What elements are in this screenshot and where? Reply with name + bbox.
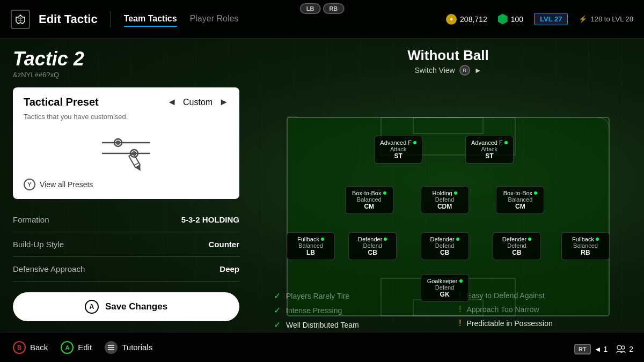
y-button: Y: [24, 179, 35, 190]
save-label: Save Changes: [105, 301, 167, 312]
preset-prev-arrow[interactable]: ◄: [167, 97, 177, 108]
view-presets-label: View all Presets: [40, 180, 93, 189]
bumper-buttons[interactable]: LB RB: [300, 3, 345, 14]
tab-team-tactics[interactable]: Team Tactics: [124, 12, 177, 27]
menu-icon: [105, 341, 118, 354]
pos-st-right[interactable]: Advanced F Attack ST: [465, 136, 514, 164]
right-panel: Without Ball Switch View R ►: [252, 39, 644, 362]
save-button[interactable]: A Save Changes: [13, 292, 239, 321]
svg-point-2: [116, 141, 120, 145]
xp-value: 128 to LVL 28: [590, 15, 633, 23]
nav-title: Edit Tactic: [39, 12, 98, 26]
svg-point-14: [617, 345, 621, 350]
buildup-value: Counter: [209, 240, 240, 249]
nav-tabs: Team Tactics Player Roles: [124, 12, 446, 27]
preset-card: Tactical Preset ◄ Custom ► Tactics that …: [13, 87, 239, 199]
players-icon: [616, 345, 626, 353]
left-panel: Tactic 2 &zNYL##6?xQ Tactical Preset ◄ C…: [0, 39, 252, 362]
back-action[interactable]: B Back: [13, 341, 48, 354]
currency-value: 208,712: [460, 15, 487, 24]
tactics-icon: [94, 129, 158, 172]
bottom-bar: B Back A Edit Tutorials RT ◄ 1 2: [0, 332, 644, 362]
tactic-title: Tactic 2: [13, 49, 239, 69]
preset-nav: ◄ Custom ►: [167, 97, 229, 108]
field-container: Advanced F Attack ST Advanced F Attack S…: [263, 80, 633, 353]
preset-title: Tactical Preset: [24, 96, 99, 108]
edit-action[interactable]: A Edit: [61, 341, 92, 354]
rt-button: RT: [574, 344, 591, 354]
pos-cb-right[interactable]: Defender Defend CB: [493, 232, 541, 260]
svg-marker-7: [136, 165, 143, 172]
level-badge: LVL 27: [534, 13, 568, 25]
app-logo: [11, 10, 30, 29]
pos-lb[interactable]: Fullback Balanced LB: [287, 232, 335, 260]
rb-button[interactable]: RB: [323, 3, 344, 14]
player-count: 2: [616, 345, 633, 353]
defensive-value: Deep: [219, 264, 239, 274]
chevron-right-icon: ►: [474, 66, 482, 75]
nav-right: ● 208,712 100 LVL 27 ⚡ 128 to LVL 28: [446, 13, 633, 25]
shield-icon: [498, 14, 508, 25]
buildup-row: Build-Up Style Counter: [13, 232, 239, 257]
preset-icon-area: [24, 129, 229, 172]
switch-view-label: Switch View: [414, 66, 455, 75]
preset-name: Custom: [183, 98, 213, 107]
field-header: Without Ball Switch View R ►: [263, 47, 633, 76]
defensive-row: Defensive Approach Deep: [13, 257, 239, 282]
nav-divider: [111, 11, 111, 27]
pos-cm-right[interactable]: Box-to-Box Balanced CM: [496, 186, 544, 214]
tab-player-roles[interactable]: Player Roles: [190, 12, 239, 27]
rt-count: ◄ 1: [594, 345, 608, 353]
players-count-value: 2: [629, 345, 633, 353]
pos-rb[interactable]: Fullback Balanced RB: [561, 232, 610, 260]
xp-info: ⚡ 128 to LVL 28: [579, 15, 633, 23]
xp-icon: ⚡: [579, 15, 587, 23]
preset-next-arrow[interactable]: ►: [219, 97, 229, 108]
tactic-code: &zNYL##6?xQ: [13, 71, 239, 79]
b-button: B: [13, 341, 26, 354]
r-button: R: [459, 65, 470, 76]
a-button-bottom: A: [61, 341, 74, 354]
buildup-label: Build-Up Style: [13, 240, 64, 249]
preset-desc: Tactics that you have customised.: [24, 113, 229, 121]
view-presets[interactable]: Y View all Presets: [24, 179, 229, 190]
formation-row: Formation 5-3-2 HOLDING: [13, 208, 239, 232]
tutorials-label: Tutorials: [122, 343, 152, 352]
preset-header: Tactical Preset ◄ Custom ►: [24, 96, 229, 108]
pos-st-left[interactable]: Advanced F Attack ST: [374, 136, 422, 164]
edit-label: Edit: [78, 343, 92, 352]
pos-cdm[interactable]: Holding Defend CDM: [421, 186, 469, 214]
tutorials-action[interactable]: Tutorials: [105, 341, 152, 354]
switch-view[interactable]: Switch View R ►: [263, 65, 633, 76]
back-label: Back: [30, 343, 48, 352]
svg-line-8: [134, 162, 139, 165]
bottom-right-badges: RT ◄ 1 2: [574, 344, 633, 354]
shield-display: 100: [498, 14, 523, 25]
without-ball-title: Without Ball: [263, 47, 633, 64]
lb-button[interactable]: LB: [300, 3, 321, 14]
formation-value: 5-3-2 HOLDING: [181, 215, 239, 224]
pos-cb-center[interactable]: Defender Defend CB: [421, 232, 469, 260]
shield-value: 100: [511, 15, 523, 24]
main-content: Tactic 2 &zNYL##6?xQ Tactical Preset ◄ C…: [0, 39, 644, 362]
field-svg: Advanced F Attack ST Advanced F Attack S…: [276, 112, 620, 321]
defensive-label: Defensive Approach: [13, 264, 85, 274]
pos-cm-left[interactable]: Box-to-Box Balanced CM: [345, 186, 393, 214]
pos-cb-left[interactable]: Defender Defend CB: [348, 232, 397, 260]
pos-gk[interactable]: Goalkeeper Defend GK: [421, 274, 469, 302]
bottom-actions: B Back A Edit Tutorials: [13, 341, 152, 354]
svg-point-15: [621, 346, 625, 349]
currency-display: ● 208,712: [446, 14, 487, 25]
formation-label: Formation: [13, 215, 49, 224]
a-button-save: A: [85, 300, 99, 314]
currency-icon: ●: [446, 14, 457, 25]
rt-badge: RT ◄ 1: [574, 344, 608, 354]
